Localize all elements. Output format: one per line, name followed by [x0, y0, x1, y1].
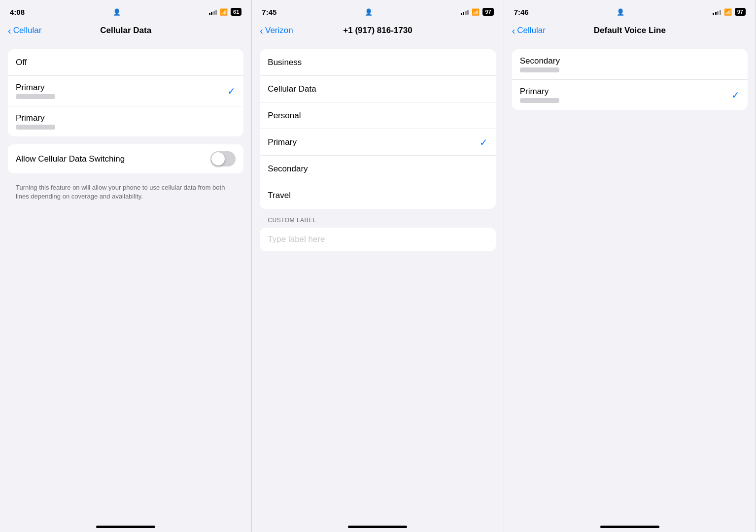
back-label-3: Cellular: [517, 26, 546, 35]
checkmark-primary-s3: ✓: [731, 89, 740, 101]
list-item-off[interactable]: Off: [8, 49, 243, 76]
custom-label-header: CUSTOM LABEL: [260, 217, 495, 228]
bar4: [215, 10, 217, 15]
list-item-primary-2-sublabel: [16, 125, 55, 130]
custom-label-input[interactable]: Type label here: [260, 228, 495, 251]
back-label-2: Verizon: [265, 26, 293, 35]
list-item-secondary-s3-label: Secondary: [520, 56, 560, 66]
content-2: Business Cellular Data Personal Primary …: [252, 41, 503, 526]
custom-label-section: CUSTOM LABEL Type label here: [260, 217, 495, 251]
back-button-2[interactable]: ‹ Verizon: [260, 25, 293, 36]
bar2-2: [463, 12, 464, 15]
list-item-primary-2[interactable]: Primary: [8, 106, 243, 136]
list-item-primary-s3-content: Primary: [520, 87, 559, 103]
page-title-2: +1 (917) 816-1730: [343, 26, 412, 35]
list-item-travel-label: Travel: [268, 191, 291, 200]
list-item-secondary-s3[interactable]: Secondary: [512, 49, 748, 80]
list-item-primary-s2[interactable]: Primary ✓: [260, 129, 495, 156]
back-label-1: Cellular: [13, 26, 42, 35]
content-3: Secondary Primary ✓: [504, 41, 756, 526]
screen-phone-number: 7:45 👤 📶 97 ‹ Verizon +1 (917) 816-1730 …: [252, 0, 504, 532]
battery-badge-3: 97: [735, 8, 746, 16]
list-item-primary-s3[interactable]: Primary ✓: [512, 80, 748, 110]
home-indicator-2: [348, 526, 407, 528]
list-item-primary-sublabel: [16, 94, 55, 99]
status-bar-1: 4:08 👤 📶 61: [0, 0, 251, 22]
status-bar-3: 7:46 👤 📶 97: [504, 0, 756, 22]
bar1-2: [461, 13, 462, 15]
battery-badge-2: 97: [482, 8, 493, 16]
nav-bar-2: ‹ Verizon +1 (917) 816-1730: [252, 22, 503, 41]
wifi-icon-1: 📶: [220, 8, 228, 16]
screen-cellular-data: 4:08 👤 📶 61 ‹ Cellular Cellular Data Off: [0, 0, 252, 532]
nav-bar-1: ‹ Cellular Cellular Data: [0, 22, 251, 41]
home-indicator-1: [96, 526, 155, 528]
list-item-secondary-s3-content: Secondary: [520, 56, 560, 72]
list-item-primary-s3-label: Primary: [520, 87, 559, 97]
cellular-data-list: Off Primary ✓ Primary: [8, 49, 243, 136]
bar4-3: [720, 10, 721, 15]
bar4-2: [467, 10, 469, 15]
toggle-knob-cellular: [211, 152, 225, 166]
cellular-switching-group: Allow Cellular Data Switching: [8, 144, 243, 173]
list-item-cellular-data-label: Cellular Data: [268, 84, 316, 94]
status-icons-3: 📶 97: [713, 8, 746, 16]
wifi-icon-3: 📶: [724, 8, 732, 16]
bar3: [213, 11, 215, 15]
list-item-secondary-sublabel: [520, 67, 559, 72]
status-icons-2: 📶 97: [461, 8, 494, 16]
bar3-2: [465, 11, 467, 15]
list-item-primary-checked-label: Primary: [16, 83, 55, 93]
list-item-primary-s2-label: Primary: [268, 137, 297, 147]
page-title-1: Cellular Data: [100, 26, 151, 35]
toggle-switch-cellular[interactable]: [210, 151, 236, 166]
custom-label-input-group: Type label here: [260, 228, 495, 251]
list-item-primary-checked-content: Primary: [16, 83, 55, 99]
signal-bars-2: [461, 9, 469, 15]
list-item-personal-label: Personal: [268, 111, 301, 121]
screen-default-voice: 7:46 👤 📶 97 ‹ Cellular Default Voice Lin…: [504, 0, 756, 532]
person-icon-2: 👤: [365, 8, 373, 16]
battery-badge-1: 61: [231, 8, 241, 16]
voice-line-list: Secondary Primary ✓: [512, 49, 748, 110]
list-item-primary-2-label: Primary: [16, 113, 55, 123]
bar3-3: [717, 11, 719, 15]
signal-bars-1: [209, 9, 217, 15]
back-button-1[interactable]: ‹ Cellular: [8, 25, 41, 36]
checkmark-primary-s2: ✓: [480, 136, 488, 148]
status-time-2: 7:45: [262, 8, 276, 16]
nav-bar-3: ‹ Cellular Default Voice Line: [504, 22, 756, 41]
chevron-icon-2: ‹: [260, 25, 263, 36]
page-title-3: Default Voice Line: [594, 26, 666, 35]
list-item-primary-s3-sublabel: [520, 98, 559, 103]
list-item-primary-2-content: Primary: [16, 113, 55, 130]
status-bar-2: 7:45 👤 📶 97: [252, 0, 503, 22]
list-item-primary-checked[interactable]: Primary ✓: [8, 76, 243, 106]
list-item-cellular-data[interactable]: Cellular Data: [260, 76, 495, 102]
status-time-3: 7:46: [514, 8, 529, 16]
custom-label-placeholder: Type label here: [268, 234, 325, 244]
toggle-label-cellular: Allow Cellular Data Switching: [16, 154, 125, 164]
list-item-secondary[interactable]: Secondary: [260, 156, 495, 182]
home-indicator-3: [600, 526, 659, 528]
list-item-secondary-label: Secondary: [268, 164, 308, 174]
status-icons-1: 📶 61: [209, 8, 242, 16]
bar2-3: [715, 12, 717, 15]
list-item-personal[interactable]: Personal: [260, 102, 495, 129]
person-icon-3: 👤: [617, 8, 624, 16]
person-icon-1: 👤: [113, 8, 121, 16]
list-item-travel[interactable]: Travel: [260, 182, 495, 209]
bar2: [211, 12, 212, 15]
status-time-1: 4:08: [10, 8, 25, 16]
bar1: [209, 13, 210, 15]
wifi-icon-2: 📶: [472, 8, 480, 16]
bar1-3: [713, 13, 714, 15]
list-item-off-content: Off: [16, 58, 27, 67]
list-item-business-label: Business: [268, 58, 302, 67]
list-item-off-label: Off: [16, 58, 27, 67]
checkmark-primary: ✓: [227, 85, 236, 97]
list-item-business[interactable]: Business: [260, 49, 495, 76]
back-button-3[interactable]: ‹ Cellular: [512, 25, 546, 36]
label-options-list: Business Cellular Data Personal Primary …: [260, 49, 495, 209]
content-1: Off Primary ✓ Primary Allow Ce: [0, 41, 251, 526]
